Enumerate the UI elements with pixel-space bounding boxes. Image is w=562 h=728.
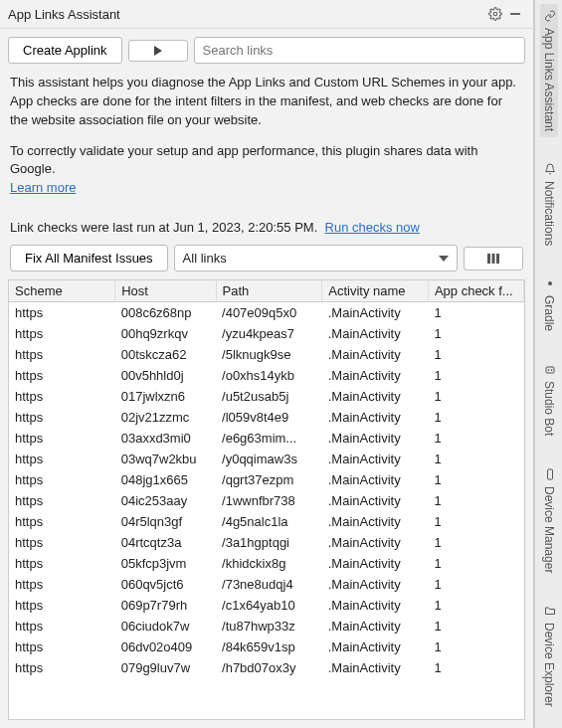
- cell-scheme: https: [9, 595, 115, 616]
- table-row[interactable]: https03axxd3mi0/e6g63mim....MainActivity…: [9, 428, 524, 449]
- gradle-icon: [542, 277, 556, 291]
- cell-host: 048jg1x665: [115, 469, 216, 490]
- status-row: Link checks were last run at Jun 1, 2023…: [0, 218, 533, 243]
- svg-rect-3: [492, 254, 495, 264]
- filter-label: All links: [183, 251, 227, 266]
- table-row[interactable]: https060qv5jct6/73ne8udqj4.MainActivity1: [9, 574, 524, 595]
- cell-path: /khidckix8g: [216, 553, 322, 574]
- main-panel: App Links Assistant Create Applink This …: [0, 0, 534, 728]
- svg-point-7: [548, 370, 549, 371]
- svg-rect-2: [487, 254, 490, 264]
- cell-path: /c1x64yab10: [216, 595, 322, 616]
- cell-check: 1: [428, 344, 523, 365]
- gear-icon[interactable]: [485, 4, 505, 24]
- svg-point-8: [551, 370, 552, 371]
- cell-activity: .MainActivity: [322, 574, 429, 595]
- cell-host: 079g9luv7w: [115, 657, 216, 678]
- table-row[interactable]: https00hq9zrkqv/yzu4kpeas7.MainActivity1: [9, 323, 524, 344]
- table-row[interactable]: https03wq7w2kbu/y0qqimaw3s.MainActivity1: [9, 449, 524, 469]
- search-input[interactable]: [194, 37, 525, 64]
- cell-check: 1: [428, 428, 523, 449]
- run-button[interactable]: [128, 40, 188, 62]
- cell-host: 017jwlxzn6: [115, 386, 216, 407]
- controls-row: Fix All Manifest Issues All links: [0, 243, 533, 279]
- link-icon: [542, 10, 556, 24]
- cell-path: /l059v8t4e9: [216, 407, 322, 428]
- learn-more-link[interactable]: Learn more: [10, 180, 76, 195]
- cell-check: 1: [428, 386, 523, 407]
- cell-activity: .MainActivity: [322, 449, 429, 469]
- cell-path: /y0qqimaw3s: [216, 449, 322, 469]
- cell-activity: .MainActivity: [322, 553, 429, 574]
- cell-check: 1: [428, 490, 523, 511]
- tab-gradle[interactable]: Gradle: [540, 272, 558, 337]
- cell-activity: .MainActivity: [322, 532, 429, 553]
- tab-app-links-assistant[interactable]: App Links Assistant: [540, 4, 558, 137]
- cell-activity: .MainActivity: [322, 428, 429, 449]
- panel-title: App Links Assistant: [8, 7, 485, 22]
- cell-path: /84k659v1sp: [216, 637, 322, 657]
- svg-point-5: [548, 281, 552, 285]
- cell-scheme: https: [9, 407, 115, 428]
- table-row[interactable]: https008c6z68np/407e09q5x0.MainActivity1: [9, 302, 524, 324]
- svg-rect-4: [496, 254, 499, 264]
- create-applink-button[interactable]: Create Applink: [8, 37, 122, 64]
- cell-check: 1: [428, 616, 523, 637]
- filter-select[interactable]: All links: [174, 245, 458, 272]
- cell-scheme: https: [9, 302, 115, 324]
- cell-check: 1: [428, 574, 523, 595]
- col-scheme[interactable]: Scheme: [9, 280, 115, 302]
- cell-host: 04rtcqtz3a: [115, 532, 216, 553]
- links-table-wrap[interactable]: Scheme Host Path Activity name App check…: [8, 279, 525, 720]
- table-row[interactable]: https00v5hhld0j/o0xhs14ykb.MainActivity1: [9, 365, 524, 386]
- cell-activity: .MainActivity: [322, 657, 429, 678]
- cell-scheme: https: [9, 637, 115, 657]
- cell-activity: .MainActivity: [322, 511, 429, 532]
- cell-check: 1: [428, 407, 523, 428]
- chevron-down-icon: [439, 256, 449, 262]
- table-row[interactable]: https04ic253aay/1wwnfbr738.MainActivity1: [9, 490, 524, 511]
- cell-host: 060qv5jct6: [115, 574, 216, 595]
- cell-activity: .MainActivity: [322, 490, 429, 511]
- svg-rect-6: [546, 367, 554, 373]
- col-host[interactable]: Host: [115, 280, 216, 302]
- table-row[interactable]: https00tskcza62/5lknugk9se.MainActivity1: [9, 344, 524, 365]
- tab-device-explorer[interactable]: Device Explorer: [540, 599, 558, 713]
- minimize-icon[interactable]: [505, 4, 525, 24]
- table-row[interactable]: https02jv21zzmc/l059v8t4e9.MainActivity1: [9, 407, 524, 428]
- bell-icon: [542, 163, 556, 177]
- col-path[interactable]: Path: [216, 280, 322, 302]
- tab-notifications[interactable]: Notifications: [540, 157, 558, 252]
- table-row[interactable]: https04rtcqtz3a/3a1hgptqgi.MainActivity1: [9, 532, 524, 553]
- cell-check: 1: [428, 365, 523, 386]
- cell-path: /4g5nalc1la: [216, 511, 322, 532]
- table-row[interactable]: https04r5lqn3gf/4g5nalc1la.MainActivity1: [9, 511, 524, 532]
- table-row[interactable]: https017jwlxzn6/u5t2usab5j.MainActivity1: [9, 386, 524, 407]
- cell-scheme: https: [9, 532, 115, 553]
- tab-device-manager[interactable]: Device Manager: [540, 462, 558, 579]
- col-activity[interactable]: Activity name: [322, 280, 429, 302]
- columns-view-button[interactable]: [464, 247, 523, 271]
- cell-host: 03axxd3mi0: [115, 428, 216, 449]
- tab-studio-bot[interactable]: Studio Bot: [540, 357, 558, 442]
- cell-check: 1: [428, 553, 523, 574]
- table-row[interactable]: https048jg1x665/qgrt37ezpm.MainActivity1: [9, 469, 524, 490]
- cell-scheme: https: [9, 344, 115, 365]
- col-check[interactable]: App check f...: [428, 280, 523, 302]
- cell-host: 06dv02o409: [115, 637, 216, 657]
- fix-manifest-button[interactable]: Fix All Manifest Issues: [10, 245, 168, 272]
- table-row[interactable]: https06dv02o409/84k659v1sp.MainActivity1: [9, 637, 524, 657]
- run-checks-link[interactable]: Run checks now: [325, 220, 420, 235]
- table-row[interactable]: https06ciudok7w/tu87hwp33z.MainActivity1: [9, 616, 524, 637]
- cell-path: /3a1hgptqgi: [216, 532, 322, 553]
- cell-scheme: https: [9, 386, 115, 407]
- cell-activity: .MainActivity: [322, 344, 429, 365]
- table-row[interactable]: https079g9luv7w/h7bd07ox3y.MainActivity1: [9, 657, 524, 678]
- cell-activity: .MainActivity: [322, 302, 429, 324]
- panel-header: App Links Assistant: [0, 0, 533, 29]
- table-row[interactable]: https05kfcp3jvm/khidckix8g.MainActivity1: [9, 553, 524, 574]
- table-row[interactable]: https069p7r79rh/c1x64yab10.MainActivity1: [9, 595, 524, 616]
- cell-path: /1wwnfbr738: [216, 490, 322, 511]
- cell-path: /yzu4kpeas7: [216, 323, 322, 344]
- cell-host: 06ciudok7w: [115, 616, 216, 637]
